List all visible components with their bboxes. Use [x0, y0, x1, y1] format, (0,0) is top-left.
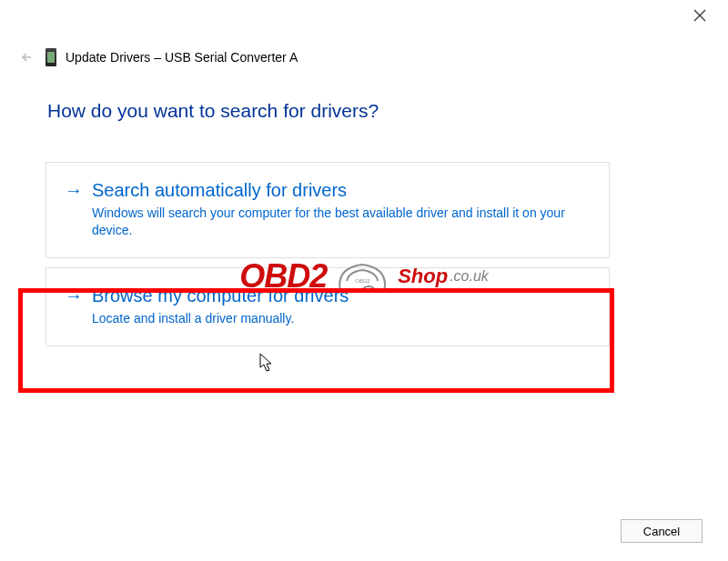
- page-heading: How do you want to search for drivers?: [47, 100, 379, 122]
- option-desc: Windows will search your computer for th…: [92, 205, 591, 239]
- arrow-right-icon: →: [65, 179, 83, 201]
- driver-options: → Search automatically for drivers Windo…: [46, 162, 610, 346]
- arrow-right-icon: →: [65, 285, 83, 306]
- cursor-icon: [259, 353, 276, 376]
- arrow-left-icon: [20, 50, 35, 65]
- option-search-auto[interactable]: → Search automatically for drivers Windo…: [46, 162, 610, 258]
- wizard-header: Update Drivers – USB Serial Converter A: [18, 44, 710, 71]
- device-icon: [46, 48, 56, 66]
- close-button[interactable]: [693, 9, 712, 27]
- wizard-footer: Cancel: [621, 519, 703, 543]
- cancel-button[interactable]: Cancel: [621, 519, 703, 543]
- window-titlebar: [0, 0, 728, 29]
- option-desc: Locate and install a driver manually.: [92, 310, 591, 327]
- window-title: Update Drivers – USB Serial Converter A: [66, 50, 298, 65]
- close-icon: [693, 9, 706, 22]
- option-title: Search automatically for drivers: [92, 179, 591, 201]
- option-title: Browse my computer for drivers: [92, 285, 591, 306]
- back-button[interactable]: [18, 48, 36, 66]
- option-browse-manual[interactable]: → Browse my computer for drivers Locate …: [46, 267, 610, 346]
